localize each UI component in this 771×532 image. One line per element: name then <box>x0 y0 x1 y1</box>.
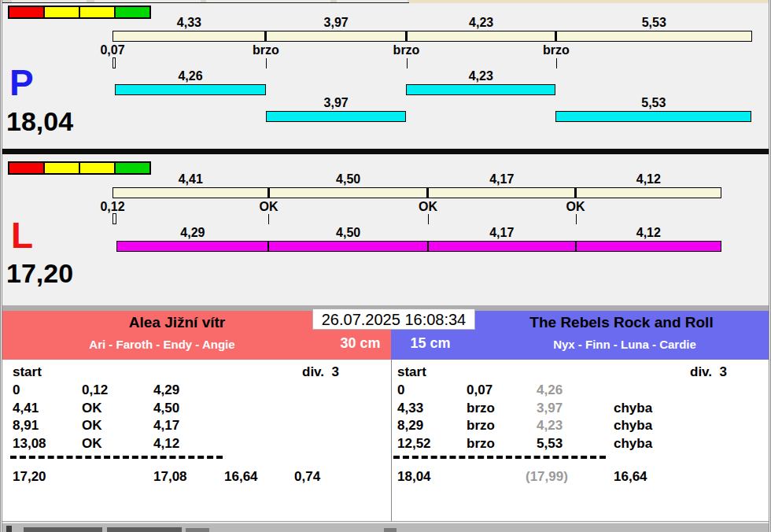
bottom-cutoff-fragment <box>384 528 397 532</box>
traffic-light-segment <box>9 7 43 17</box>
split-boundary-line <box>264 31 267 42</box>
table-total-cell: 0,74 <box>294 470 320 483</box>
top-cutoff-cream-area <box>409 0 771 3</box>
results-tables-background <box>2 360 769 522</box>
dog-run-label: 4,17 <box>489 227 514 239</box>
split-segment-label: 4,12 <box>636 173 661 186</box>
team-name: The Rebels Rock and Roll <box>529 314 713 331</box>
window-frame-right-edge <box>769 0 769 532</box>
table-cell: 4,26 <box>537 383 563 397</box>
table-cell: brzo <box>467 401 495 415</box>
cross-marker-label: 0,07 <box>100 44 124 57</box>
bottom-cutoff-fragment <box>24 527 102 532</box>
cross-marker-tick <box>266 58 267 68</box>
table-header-start: start <box>13 365 42 379</box>
table-cell: 8,91 <box>13 419 39 432</box>
table-header-division: div. 3 <box>302 365 339 379</box>
traffic-light-segment <box>9 163 43 173</box>
lane-divider-bar <box>0 149 771 154</box>
dashed-separator <box>393 456 606 459</box>
traffic-light-bar <box>8 6 151 19</box>
jump-height-badge: 15 cm <box>410 335 450 352</box>
cross-marker-tick <box>576 214 577 224</box>
table-cell: 8,29 <box>397 419 423 432</box>
table-cell: 4,41 <box>13 401 39 415</box>
traffic-light-segment <box>80 7 114 17</box>
table-total-cell: 16,64 <box>224 470 258 483</box>
top-cutoff-segment <box>12 0 87 2</box>
top-cutoff-segment <box>206 0 330 2</box>
table-header-start: start <box>397 365 426 379</box>
table-cell: brzo <box>467 419 495 432</box>
table-cell: 4,17 <box>153 419 179 432</box>
cross-marker-tick <box>428 214 429 224</box>
dashed-separator <box>10 456 223 459</box>
cross-marker-label: OK <box>419 201 437 213</box>
split-boundary-line <box>574 187 577 198</box>
start-delay-box <box>113 213 116 224</box>
lane-letter: L <box>11 217 33 253</box>
traffic-light-segment <box>116 7 149 17</box>
split-segment-label: 4,41 <box>179 173 203 186</box>
traffic-light-segment <box>45 163 79 173</box>
table-cell: chyba <box>614 437 652 450</box>
table-cell: 4,50 <box>153 401 179 415</box>
dog-run-bar <box>268 241 428 252</box>
table-cell: 4,12 <box>153 437 179 450</box>
split-segment-label: 5,53 <box>642 17 666 29</box>
window-frame-right-inner <box>769 0 770 532</box>
split-boundary-line <box>267 187 270 198</box>
split-segment-label: 4,17 <box>489 173 514 186</box>
window-frame-left-edge <box>2 0 2 532</box>
traffic-light-segment <box>80 163 114 173</box>
table-total-cell: 17,08 <box>153 470 187 483</box>
split-segment-label: 4,23 <box>469 17 493 29</box>
traffic-light-bar <box>8 161 151 175</box>
cross-marker-label: 0,12 <box>100 201 124 213</box>
cross-marker-label: OK <box>566 201 585 213</box>
cross-marker-label: brzo <box>253 44 279 57</box>
table-cell: OK <box>82 419 102 432</box>
table-cell: 4,29 <box>153 383 179 397</box>
cross-marker-label: brzo <box>393 44 420 57</box>
dog-run-label: 4,50 <box>336 227 360 239</box>
split-boundary-line <box>426 187 429 198</box>
split-boundary-line <box>405 31 408 42</box>
traffic-light-segment <box>116 163 149 173</box>
race-timestamp: 26.07.2025 16:08:34 <box>312 308 475 330</box>
table-total-cell: 17,20 <box>13 470 46 483</box>
table-cell: 3,97 <box>537 401 563 415</box>
split-ruler <box>113 31 752 42</box>
table-cell: 0 <box>397 383 404 397</box>
table-cell: brzo <box>467 437 495 450</box>
results-tables-divider <box>391 360 392 522</box>
jump-height-badge: 30 cm <box>340 335 380 352</box>
top-cutoff-segment <box>337 0 408 2</box>
table-cell: chyba <box>614 401 652 415</box>
team-dogs: Ari - Faroth - Endy - Angie <box>89 338 234 351</box>
dog-run-bar <box>266 111 407 122</box>
table-header-division: div. 3 <box>690 365 727 379</box>
table-cell: 0,12 <box>82 383 108 397</box>
team-name: Alea Jižní vítr <box>129 314 226 331</box>
table-cell: 0 <box>13 383 20 397</box>
start-delay-box <box>113 57 116 68</box>
table-cell: 13,08 <box>13 437 46 450</box>
lane-total-time: 18,04 <box>6 108 73 135</box>
lane-letter: P <box>9 65 34 101</box>
bottom-cutoff-fragment <box>186 528 209 532</box>
top-cutoff-segment <box>94 0 201 2</box>
split-ruler <box>113 187 721 198</box>
dog-run-bar <box>406 84 555 95</box>
split-segment-label: 4,50 <box>336 173 360 186</box>
cross-marker-tick <box>556 58 557 68</box>
table-cell: 0,07 <box>467 383 492 397</box>
split-boundary-line <box>555 31 557 42</box>
table-cell: chyba <box>614 419 652 432</box>
split-segment-label: 3,97 <box>324 17 349 29</box>
flyball-timer-window: P18,044,333,974,235,530,07brzobrzobrzo4,… <box>0 0 771 532</box>
top-cutoff-strip <box>0 0 771 3</box>
dog-run-label: 3,97 <box>324 97 349 109</box>
table-total-cell: 16,64 <box>614 470 647 483</box>
table-cell: 5,53 <box>537 437 563 450</box>
